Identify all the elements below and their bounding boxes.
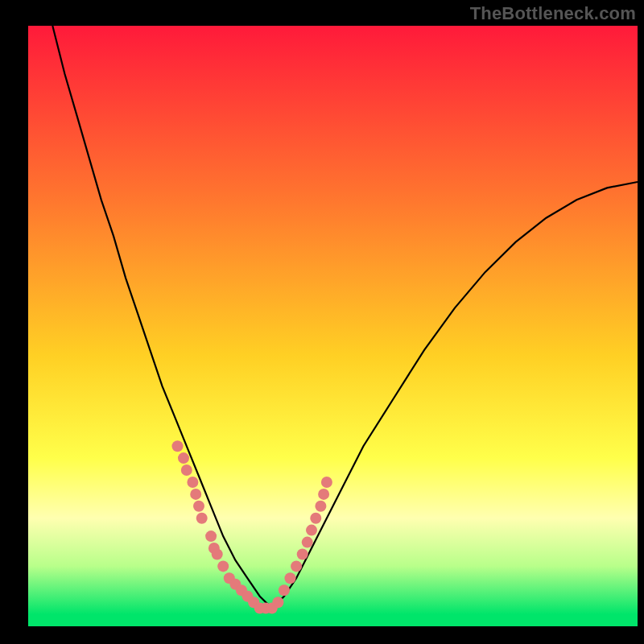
sample-dot (302, 537, 313, 548)
sample-dot (178, 452, 189, 464)
sample-dot (196, 513, 208, 524)
sample-dot (306, 525, 317, 536)
chart-frame: TheBottleneck.com (0, 0, 644, 644)
sample-dot (187, 477, 198, 488)
watermark-text: TheBottleneck.com (470, 3, 636, 24)
sample-dot (315, 501, 326, 512)
sample-dot (193, 501, 204, 512)
sample-dot (321, 477, 332, 488)
sample-dot (272, 597, 283, 608)
sample-dot (181, 464, 192, 476)
sample-dot (310, 513, 321, 524)
sample-dot (172, 440, 184, 452)
sample-dot (217, 560, 229, 572)
sample-dot (297, 549, 308, 560)
sample-dot (279, 584, 290, 596)
plot-area (28, 26, 638, 626)
sample-dot (291, 560, 302, 572)
bottleneck-chart (0, 0, 644, 644)
sample-dot (205, 530, 217, 542)
sample-dot (285, 572, 296, 584)
sample-dot (212, 549, 223, 560)
sample-dot (190, 489, 201, 500)
sample-dot (318, 489, 329, 500)
